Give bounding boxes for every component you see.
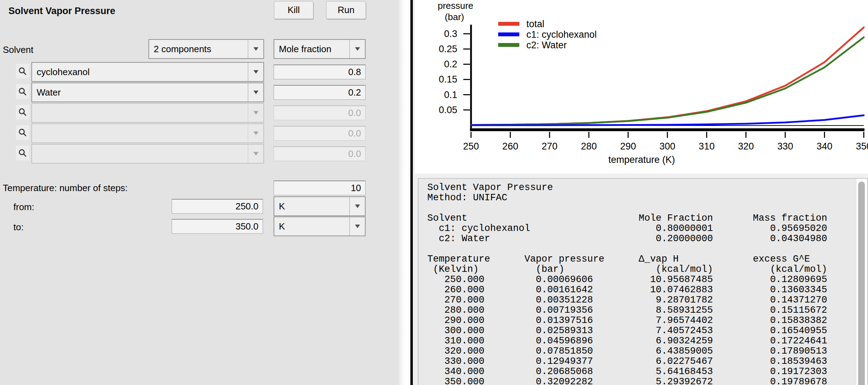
svg-text:total: total bbox=[526, 19, 544, 29]
search-icon bbox=[18, 128, 27, 138]
fraction-mode-value: Mole fraction bbox=[274, 40, 349, 58]
left-panel-scrollbar[interactable] bbox=[399, 0, 410, 385]
svg-text:270: 270 bbox=[542, 141, 557, 152]
chevron-down-icon bbox=[248, 145, 263, 163]
search-component-button[interactable] bbox=[16, 105, 29, 120]
component-name: Water bbox=[32, 83, 248, 102]
search-icon bbox=[18, 148, 27, 158]
component-name bbox=[32, 124, 248, 142]
run-button[interactable]: Run bbox=[326, 1, 366, 19]
console-scrollbar-thumb[interactable] bbox=[858, 182, 865, 385]
search-component-button[interactable] bbox=[16, 125, 29, 140]
solvent-label: Solvent bbox=[3, 44, 33, 55]
component-select[interactable]: Water bbox=[31, 82, 264, 102]
svg-text:0.3: 0.3 bbox=[444, 29, 457, 39]
from-label: from: bbox=[13, 202, 34, 213]
fraction-input[interactable] bbox=[274, 126, 366, 141]
console-output-panel: Solvent Vapor Pressure Method: UNIFAC So… bbox=[418, 178, 868, 385]
svg-text:280: 280 bbox=[581, 141, 597, 152]
svg-text:310: 310 bbox=[699, 141, 715, 152]
svg-text:0.15: 0.15 bbox=[439, 74, 457, 85]
component-name bbox=[32, 104, 248, 122]
components-count-select[interactable]: 2 components bbox=[148, 39, 264, 59]
search-component-button[interactable] bbox=[16, 146, 29, 160]
console-scrollbar[interactable] bbox=[856, 179, 867, 385]
svg-text:340: 340 bbox=[817, 141, 832, 152]
chevron-down-icon bbox=[248, 83, 263, 102]
search-component-button[interactable] bbox=[16, 64, 29, 79]
console-text: Solvent Vapor Pressure Method: UNIFAC So… bbox=[418, 179, 867, 385]
fraction-input[interactable] bbox=[274, 85, 366, 100]
svg-text:290: 290 bbox=[620, 141, 636, 152]
svg-text:300: 300 bbox=[659, 141, 675, 152]
temperature-from-input[interactable] bbox=[172, 199, 263, 214]
svg-text:320: 320 bbox=[738, 141, 754, 152]
components-count-value: 2 components bbox=[149, 40, 248, 58]
fraction-mode-select[interactable]: Mole fraction bbox=[274, 39, 366, 59]
steps-input[interactable] bbox=[274, 181, 366, 195]
search-icon bbox=[18, 87, 27, 97]
svg-text:0.1: 0.1 bbox=[444, 90, 457, 100]
svg-text:260: 260 bbox=[502, 141, 518, 152]
fraction-input[interactable] bbox=[274, 105, 366, 120]
component-name: cyclohexanol bbox=[32, 63, 248, 81]
component-select[interactable] bbox=[31, 144, 264, 164]
chevron-down-icon bbox=[248, 104, 263, 122]
fraction-input[interactable] bbox=[274, 146, 366, 161]
search-component-button[interactable] bbox=[16, 84, 29, 99]
svg-text:(bar): (bar) bbox=[445, 12, 464, 22]
svg-text:0.25: 0.25 bbox=[439, 44, 457, 54]
pressure-chart-panel: pressure(bar)0.050.10.150.20.250.3250260… bbox=[415, 0, 868, 173]
chevron-down-icon bbox=[349, 197, 365, 215]
pressure-chart: pressure(bar)0.050.10.150.20.250.3250260… bbox=[415, 0, 868, 173]
component-select[interactable] bbox=[31, 123, 264, 143]
search-icon bbox=[18, 67, 27, 76]
panel-divider[interactable] bbox=[410, 0, 413, 385]
component-name bbox=[32, 145, 248, 163]
chevron-down-icon bbox=[349, 217, 365, 236]
svg-text:pressure: pressure bbox=[438, 0, 473, 11]
chevron-down-icon bbox=[248, 124, 263, 142]
search-icon bbox=[18, 108, 27, 117]
chevron-down-icon bbox=[248, 40, 263, 58]
component-select[interactable] bbox=[31, 103, 264, 123]
svg-text:c1: cyclohexanol: c1: cyclohexanol bbox=[526, 29, 597, 40]
temperature-to-input[interactable] bbox=[172, 219, 263, 234]
svg-text:temperature (K): temperature (K) bbox=[608, 154, 675, 165]
kill-button[interactable]: Kill bbox=[274, 1, 313, 19]
to-unit-value: K bbox=[274, 217, 349, 236]
svg-text:330: 330 bbox=[777, 141, 793, 152]
svg-text:250: 250 bbox=[463, 141, 479, 152]
chevron-down-icon bbox=[248, 63, 263, 81]
svg-text:c2: Water: c2: Water bbox=[526, 40, 567, 50]
to-label: to: bbox=[13, 222, 24, 233]
chevron-down-icon bbox=[349, 40, 365, 58]
page-title: Solvent Vapor Pressure bbox=[8, 6, 115, 17]
svg-text:350: 350 bbox=[856, 141, 868, 152]
from-unit-select[interactable]: K bbox=[274, 196, 366, 216]
fraction-input[interactable] bbox=[274, 65, 366, 79]
to-unit-select[interactable]: K bbox=[274, 216, 366, 236]
svg-text:0.05: 0.05 bbox=[439, 105, 457, 115]
parameters-panel: Solvent Vapor Pressure Kill Run Solvent … bbox=[0, 0, 399, 385]
svg-text:0.2: 0.2 bbox=[444, 59, 457, 69]
from-unit-value: K bbox=[274, 197, 349, 215]
component-select[interactable]: cyclohexanol bbox=[31, 62, 264, 82]
temperature-steps-label: Temperature: number of steps: bbox=[3, 183, 128, 194]
